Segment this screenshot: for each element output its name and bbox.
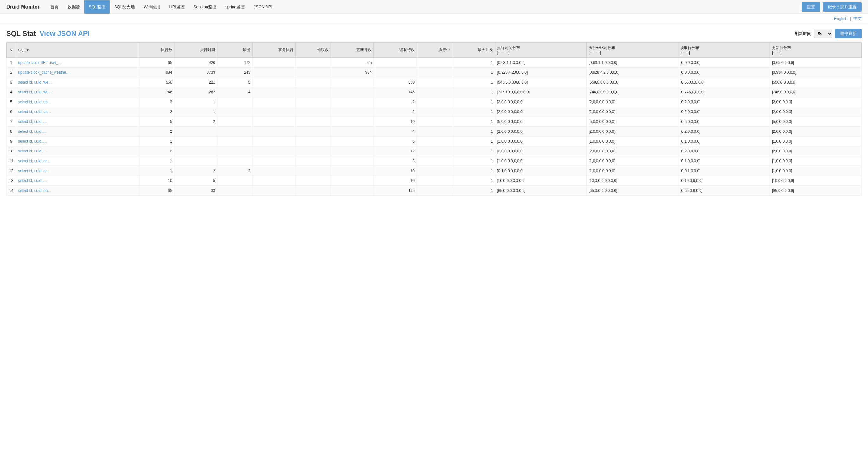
nav-spring-monitor[interactable]: spring监控: [221, 0, 249, 13]
cell-exec-time: 2: [174, 117, 217, 127]
table-row: 10select id, uuid, ...2121[2,0,0,0,0,0,0…: [7, 146, 862, 156]
cell-read-row-dist: [0,0,1,0,0,0]: [678, 166, 770, 176]
cell-max-concurrent: 1: [452, 166, 495, 176]
sql-link[interactable]: update clock_cache_weathe...: [18, 70, 69, 75]
cell-read-row-dist: [0,746,0,0,0,0]: [678, 87, 770, 97]
pause-refresh-button[interactable]: 暂停刷新: [835, 29, 862, 38]
sql-link[interactable]: select id, uuid, or...: [18, 159, 50, 163]
cell-sql: select id, uuid, na...: [16, 186, 139, 196]
cell-read-rows: 4: [374, 127, 417, 137]
cell-error-count: [296, 166, 331, 176]
refresh-area: 刷新时间 5s 10s 30s 1m 5m 暂停刷新: [795, 29, 862, 38]
cell-sql: select id, uuid, us...: [16, 97, 139, 107]
cell-sql: select id, uuid, we...: [16, 87, 139, 97]
header: Druid Monitor 首页 数据源 SQL监控 SQL防火墙 Web应用 …: [0, 0, 868, 14]
cell-update-row-dist: [2,0,0,0,0,0]: [770, 127, 862, 137]
cell-txn-exec: [252, 127, 296, 137]
cell-txn-exec: [252, 146, 296, 156]
cell-txn-exec: [252, 156, 296, 166]
nav-sql-firewall[interactable]: SQL防火墙: [110, 0, 139, 13]
cell-read-rows: [374, 58, 417, 68]
nav-session-monitor[interactable]: Session监控: [189, 0, 221, 13]
lang-chinese[interactable]: 中文: [854, 16, 862, 21]
cell-read-row-dist: [0,2,0,0,0,0]: [678, 146, 770, 156]
cell-max-concurrent: 1: [452, 176, 495, 186]
cell-update-rows: [331, 186, 374, 196]
cell-update-row-dist: [65,0,0,0,0,0]: [770, 186, 862, 196]
cell-txn-exec: [252, 117, 296, 127]
cell-n: 8: [7, 127, 16, 137]
sql-link[interactable]: update clock SET user_...: [18, 60, 62, 65]
cell-max-concurrent: 1: [452, 78, 495, 87]
sql-link[interactable]: select id, uuid, ...: [18, 149, 46, 153]
cell-exec-time-dist: [0,928,4,2,0,0,0,0]: [495, 68, 587, 78]
sql-link[interactable]: select id, uuid, we...: [18, 80, 52, 84]
col-header-slowest: 最慢: [217, 43, 252, 58]
cell-update-rows: [331, 176, 374, 186]
sql-link[interactable]: select id, uuid, ...: [18, 139, 46, 144]
cell-update-rows: [331, 156, 374, 166]
cell-sql: select id, uuid, we...: [16, 78, 139, 87]
log-reset-button[interactable]: 记录日志并重置: [823, 2, 862, 12]
cell-slowest: [217, 107, 252, 117]
nav-uri-monitor[interactable]: URI监控: [165, 0, 189, 13]
cell-exec-time: 262: [174, 87, 217, 97]
cell-exec-count: 1: [139, 137, 174, 146]
lang-english[interactable]: English: [834, 16, 848, 21]
cell-exec-count: 550: [139, 78, 174, 87]
cell-error-count: [296, 186, 331, 196]
sql-link[interactable]: select id, uuid, we...: [18, 90, 52, 94]
sql-link[interactable]: select id, uuid, or...: [18, 169, 50, 173]
cell-max-concurrent: 1: [452, 127, 495, 137]
col-header-exec-count: 执行数: [139, 43, 174, 58]
nav-datasource[interactable]: 数据源: [63, 0, 84, 13]
cell-exec-time: 2: [174, 166, 217, 176]
cell-exec-rs-dist: [2,0,0,0,0,0,0,0]: [587, 127, 678, 137]
sql-link[interactable]: select id, uuid, us...: [18, 100, 51, 104]
sql-stat-table: N SQL▼ 执行数 执行时间 最慢 事务执行 错误数 更新行数 读取行数 执行…: [6, 42, 862, 196]
sql-link[interactable]: select id, uuid, ...: [18, 119, 46, 124]
cell-slowest: 2: [217, 166, 252, 176]
cell-sql: select id, uuid, ...: [16, 146, 139, 156]
sql-link[interactable]: select id, uuid, ...: [18, 178, 46, 183]
cell-exec-count: 65: [139, 58, 174, 68]
brand: Druid Monitor: [6, 4, 40, 10]
sql-link[interactable]: select id, uuid, na...: [18, 188, 51, 193]
cell-update-row-dist: [746,0,0,0,0,0]: [770, 87, 862, 97]
cell-exec-count: 2: [139, 107, 174, 117]
cell-in-progress: [416, 156, 452, 166]
cell-n: 9: [7, 137, 16, 146]
nav: 首页 数据源 SQL监控 SQL防火墙 Web应用 URI监控 Session监…: [46, 0, 802, 13]
nav-web-app[interactable]: Web应用: [139, 0, 165, 13]
cell-error-count: [296, 97, 331, 107]
cell-sql: select id, uuid, us...: [16, 107, 139, 117]
cell-read-row-dist: [0,65,0,0,0,0]: [678, 186, 770, 196]
nav-json-api[interactable]: JSON API: [249, 1, 277, 13]
cell-exec-time: 33: [174, 186, 217, 196]
cell-exec-time-dist: [2,0,0,0,0,0,0,0]: [495, 127, 587, 137]
cell-txn-exec: [252, 166, 296, 176]
cell-n: 12: [7, 166, 16, 176]
col-header-sql[interactable]: SQL▼: [16, 43, 139, 58]
nav-home[interactable]: 首页: [46, 0, 63, 13]
cell-read-rows: 2: [374, 107, 417, 117]
table-row: 14select id, uuid, na...65331951[65,0,0,…: [7, 186, 862, 196]
cell-exec-time-dist: [0,1,0,0,0,0,0,0]: [495, 166, 587, 176]
page-title-static: SQL Stat: [6, 30, 36, 37]
table-row: 3select id, uuid, we...55022155501[545,5…: [7, 78, 862, 87]
page-title-link[interactable]: View JSON API: [40, 30, 90, 37]
cell-sql: update clock SET user_...: [16, 58, 139, 68]
cell-exec-rs-dist: [2,0,0,0,0,0,0,0]: [587, 97, 678, 107]
refresh-select[interactable]: 5s 10s 30s 1m 5m: [814, 30, 833, 38]
cell-read-rows: 2: [374, 97, 417, 107]
cell-exec-rs-dist: [1,0,0,0,0,0,0,0]: [587, 156, 678, 166]
sql-link[interactable]: select id, uuid, us...: [18, 110, 51, 114]
sql-link[interactable]: select id, uuid, ...: [18, 129, 46, 134]
nav-sql-monitor[interactable]: SQL监控: [84, 0, 110, 13]
col-header-read-rows: 读取行数: [374, 43, 417, 58]
col-header-exec-time: 执行时间: [174, 43, 217, 58]
table-row: 8select id, uuid, ...241[2,0,0,0,0,0,0,0…: [7, 127, 862, 137]
cell-read-row-dist: [0,2,0,0,0,0]: [678, 97, 770, 107]
cell-exec-count: 934: [139, 68, 174, 78]
reset-button[interactable]: 重置: [802, 2, 820, 12]
